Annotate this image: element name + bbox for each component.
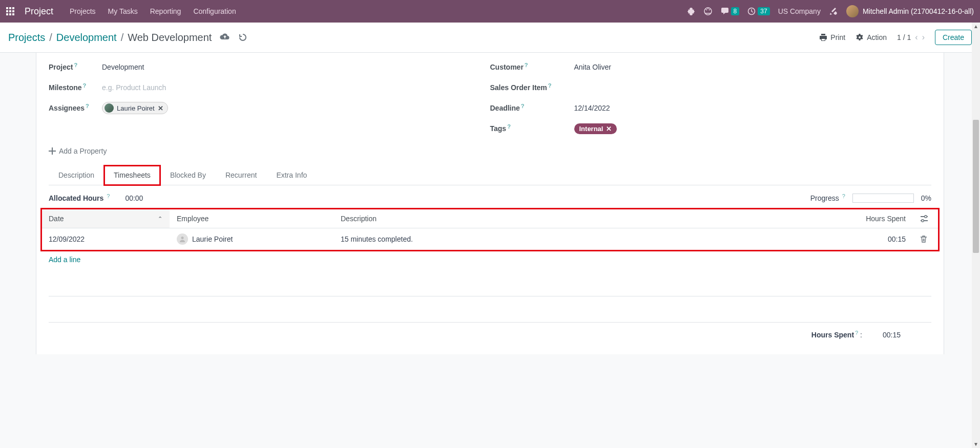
- scrollbar[interactable]: ▲ ▼: [972, 23, 980, 448]
- breadcrumb-sep: /: [49, 32, 52, 44]
- sort-asc-icon: ⌃: [158, 216, 162, 222]
- create-button[interactable]: Create: [935, 30, 972, 45]
- add-line-button[interactable]: Add a line: [36, 250, 944, 269]
- tools-icon[interactable]: [829, 7, 838, 16]
- user-avatar: [846, 5, 859, 17]
- pager-next[interactable]: ›: [922, 33, 925, 42]
- user-menu[interactable]: Mitchell Admin (21700412-16-0-all): [846, 5, 974, 17]
- table-row[interactable]: 12/09/2022 Laurie Poiret 15 minutes comp…: [41, 228, 939, 250]
- label-deadline: Deadline?: [490, 104, 572, 112]
- pager-prev[interactable]: ‹: [915, 33, 918, 42]
- tab-blocked-by[interactable]: Blocked By: [160, 165, 216, 185]
- label-assignees: Assignees?: [49, 104, 100, 112]
- scroll-down-icon[interactable]: ▼: [973, 441, 978, 447]
- remove-assignee-icon[interactable]: ✕: [158, 104, 163, 112]
- field-deadline[interactable]: 12/14/2022: [572, 104, 932, 112]
- help-icon[interactable]: ?: [86, 103, 89, 109]
- discard-icon[interactable]: [238, 33, 247, 42]
- messages-icon[interactable]: 8: [721, 7, 740, 15]
- company-selector[interactable]: US Company: [778, 7, 821, 15]
- col-description[interactable]: Description: [333, 209, 836, 228]
- assignee-avatar: [105, 103, 114, 113]
- col-hours-spent[interactable]: Hours Spent: [836, 209, 913, 228]
- timesheet-table: Date⌃ Employee Description Hours Spent: [41, 209, 939, 250]
- menu-my-tasks[interactable]: My Tasks: [108, 7, 138, 15]
- menu-reporting[interactable]: Reporting: [150, 7, 181, 15]
- bug-icon[interactable]: [687, 7, 695, 15]
- svg-point-5: [922, 220, 924, 222]
- messages-badge: 8: [731, 7, 740, 15]
- user-name: Mitchell Admin (21700412-16-0-all): [863, 7, 974, 15]
- col-employee[interactable]: Employee: [170, 209, 333, 228]
- app-brand[interactable]: Project: [25, 6, 53, 17]
- activities-icon[interactable]: 37: [747, 7, 769, 15]
- help-icon[interactable]: ?: [525, 62, 528, 68]
- breadcrumb-projects[interactable]: Projects: [8, 32, 45, 44]
- label-customer: Customer?: [490, 63, 572, 71]
- help-icon[interactable]: ?: [507, 123, 511, 130]
- breadcrumb-development[interactable]: Development: [56, 32, 117, 44]
- tab-extra-info[interactable]: Extra Info: [266, 165, 317, 185]
- cell-actions: [913, 228, 939, 250]
- tag-chip-internal[interactable]: Internal ✕: [574, 123, 617, 134]
- col-settings[interactable]: [913, 209, 939, 228]
- employee-avatar-icon: [177, 233, 188, 245]
- field-tags[interactable]: Internal ✕: [572, 123, 932, 134]
- timesheet-header: Allocated Hours ? 00:00 Progress ? 0%: [36, 185, 944, 209]
- remove-tag-icon[interactable]: ✕: [606, 125, 612, 133]
- delete-row-icon[interactable]: [920, 235, 931, 243]
- scroll-up-icon[interactable]: ▲: [973, 24, 978, 29]
- cell-date[interactable]: 12/09/2022: [41, 228, 170, 250]
- totals-row: Hours Spent? : 00:15: [49, 322, 931, 339]
- field-project[interactable]: Development: [100, 63, 490, 71]
- progress-value: 0%: [921, 194, 931, 202]
- form-sheet: Project? Development Milestone? e.g. Pro…: [36, 53, 944, 354]
- tab-description[interactable]: Description: [49, 165, 104, 185]
- apps-icon[interactable]: [6, 7, 14, 15]
- help-icon[interactable]: ?: [83, 82, 87, 89]
- total-hours-value: 00:15: [883, 331, 901, 339]
- field-assignees[interactable]: Laurie Poiret ✕: [100, 102, 490, 114]
- breadcrumb-current: Web Development: [128, 32, 212, 44]
- svg-point-6: [181, 237, 184, 239]
- help-icon[interactable]: ?: [548, 82, 552, 89]
- action-button[interactable]: Action: [856, 33, 887, 41]
- help-icon[interactable]: ?: [74, 62, 77, 68]
- menu-projects[interactable]: Projects: [70, 7, 96, 15]
- help-icon[interactable]: ?: [521, 103, 525, 109]
- allocated-hours-value[interactable]: 00:00: [125, 194, 143, 202]
- help-icon[interactable]: ?: [107, 193, 110, 199]
- progress-bar: [852, 194, 914, 203]
- menu-configuration[interactable]: Configuration: [193, 7, 236, 15]
- print-button[interactable]: Print: [819, 33, 845, 41]
- support-icon[interactable]: [703, 7, 713, 16]
- cell-description[interactable]: 15 minutes completed.: [333, 228, 836, 250]
- tab-timesheets[interactable]: Timesheets: [104, 165, 160, 185]
- label-tags: Tags?: [490, 124, 572, 133]
- pager-text[interactable]: 1 / 1: [897, 33, 911, 41]
- breadcrumb: Projects / Development / Web Development: [8, 32, 212, 44]
- label-sales-order-item: Sales Order Item?: [490, 83, 572, 92]
- tab-recurrent[interactable]: Recurrent: [216, 165, 266, 185]
- field-customer[interactable]: Anita Oliver: [572, 63, 932, 71]
- top-navbar: Project Projects My Tasks Reporting Conf…: [0, 0, 980, 23]
- timesheet-table-highlight: Date⌃ Employee Description Hours Spent: [41, 209, 939, 250]
- activities-badge: 37: [758, 7, 769, 15]
- col-date[interactable]: Date⌃: [41, 209, 170, 228]
- cell-hours[interactable]: 00:15: [836, 228, 913, 250]
- scrollbar-thumb[interactable]: [973, 120, 979, 253]
- pager: 1 / 1 ‹ ›: [897, 33, 925, 42]
- field-milestone[interactable]: e.g. Product Launch: [100, 83, 490, 92]
- cell-employee[interactable]: Laurie Poiret: [170, 228, 333, 250]
- navbar-menu: Projects My Tasks Reporting Configuratio…: [70, 7, 236, 15]
- label-project: Project?: [49, 63, 100, 71]
- form-wrapper: Project? Development Milestone? e.g. Pro…: [0, 53, 980, 448]
- assignee-chip[interactable]: Laurie Poiret ✕: [102, 102, 168, 114]
- spacer: [49, 281, 931, 296]
- help-icon[interactable]: ?: [855, 330, 858, 336]
- columns-settings-icon[interactable]: [920, 215, 931, 222]
- control-bar: Projects / Development / Web Development…: [0, 23, 980, 53]
- cloud-unsaved-icon[interactable]: [220, 33, 230, 42]
- add-property-button[interactable]: Add a Property: [36, 139, 944, 163]
- help-icon[interactable]: ?: [842, 193, 845, 199]
